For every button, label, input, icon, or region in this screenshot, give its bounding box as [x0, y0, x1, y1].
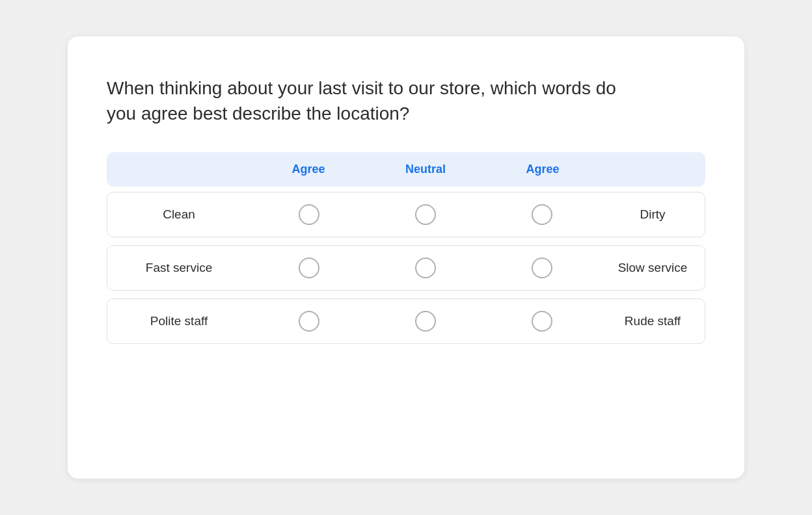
table-row: Polite staff Rude staff	[107, 298, 705, 344]
radio-clean-agree[interactable]	[299, 204, 319, 225]
header-empty-right	[601, 163, 705, 176]
radio-cell-fast-agree[interactable]	[250, 258, 367, 278]
radio-clean-disagree[interactable]	[532, 204, 552, 225]
radio-polite-agree[interactable]	[299, 311, 319, 332]
radio-polite-neutral[interactable]	[415, 311, 436, 332]
right-label-rude: Rude staff	[601, 314, 705, 328]
radio-cell-fast-disagree[interactable]	[484, 258, 601, 278]
question-text: When thinking about your last visit to o…	[107, 75, 640, 126]
header-agree-left: Agree	[250, 163, 367, 176]
header-empty-left	[107, 163, 250, 176]
radio-cell-polite-agree[interactable]	[250, 311, 367, 332]
table-row: Fast service Slow service	[107, 245, 705, 291]
radio-cell-clean-agree[interactable]	[250, 204, 367, 225]
survey-table: Agree Neutral Agree Clean Dirty Fast ser…	[107, 152, 705, 344]
radio-cell-polite-disagree[interactable]	[484, 311, 601, 332]
header-row: Agree Neutral Agree	[107, 152, 705, 187]
radio-fast-disagree[interactable]	[532, 258, 552, 278]
left-label-clean: Clean	[107, 207, 250, 222]
radio-polite-disagree[interactable]	[532, 311, 552, 332]
radio-cell-clean-neutral[interactable]	[367, 204, 483, 225]
header-neutral: Neutral	[367, 163, 484, 176]
radio-fast-neutral[interactable]	[415, 258, 436, 278]
radio-clean-neutral[interactable]	[415, 204, 436, 225]
right-label-slow: Slow service	[601, 261, 705, 275]
table-row: Clean Dirty	[107, 192, 705, 237]
left-label-fast: Fast service	[107, 261, 250, 275]
radio-cell-clean-disagree[interactable]	[484, 204, 601, 225]
header-agree-right: Agree	[484, 163, 601, 176]
radio-cell-fast-neutral[interactable]	[367, 258, 483, 278]
right-label-dirty: Dirty	[601, 207, 705, 222]
left-label-polite: Polite staff	[107, 314, 250, 328]
survey-card: When thinking about your last visit to o…	[68, 36, 744, 479]
radio-fast-agree[interactable]	[299, 258, 319, 278]
radio-cell-polite-neutral[interactable]	[367, 311, 483, 332]
